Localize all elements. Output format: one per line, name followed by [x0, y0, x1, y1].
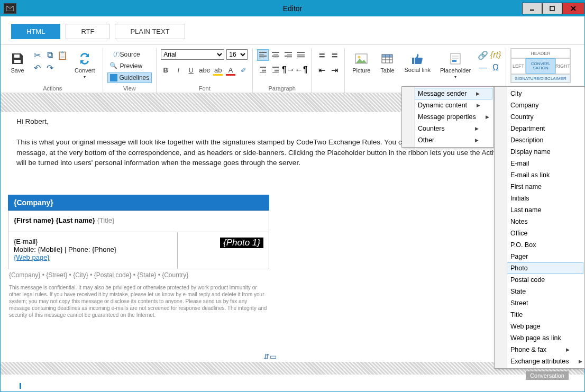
signature-address: {Company} • {Street} • {City} • {Postal …	[8, 269, 269, 281]
sender-menu-item-company[interactable]: Company	[496, 99, 583, 111]
signature-name: {First name} {Last name}	[14, 216, 95, 224]
sender-menu-item-country[interactable]: Country	[496, 111, 583, 123]
copy-button[interactable]: ⧉	[44, 49, 56, 61]
undo-button[interactable]: ↶	[31, 62, 43, 74]
sender-menu-item-state[interactable]: State	[496, 286, 583, 297]
group-label-view: View	[123, 83, 136, 93]
sender-menu-item-display-name[interactable]: Display name	[496, 146, 583, 158]
sender-menu-item-web-page-as-link[interactable]: Web page as link	[496, 332, 583, 344]
sender-menu-item-web-page[interactable]: Web page	[496, 321, 583, 332]
align-justify-button[interactable]	[295, 49, 307, 61]
preview-button[interactable]: 🔍Preview	[107, 61, 152, 71]
placeholder-menu[interactable]: Message sender▶Dynamic content▶Message p…	[401, 86, 494, 148]
tab-plain-text[interactable]: PLAIN TEXT	[115, 24, 185, 39]
list-outdent-button[interactable]: ⇤	[316, 64, 327, 76]
sender-menu-item-notes[interactable]: Notes	[496, 216, 583, 227]
sender-menu-item-department[interactable]: Department	[496, 123, 583, 134]
save-button[interactable]: Save	[7, 49, 28, 76]
signature-web-link[interactable]: {Web page}	[14, 253, 50, 261]
split-handle-icon[interactable]: ⇵▭	[263, 352, 277, 361]
sender-menu-item-pager[interactable]: Pager	[496, 251, 583, 262]
outdent-button[interactable]	[257, 64, 269, 76]
rtl-button[interactable]: ←¶	[295, 64, 307, 76]
font-name-select[interactable]: Arial	[161, 49, 224, 60]
sender-menu-item-description[interactable]: Description	[496, 134, 583, 146]
placeholder-menu-item-dynamic-content[interactable]: Dynamic content▶	[403, 99, 492, 111]
sender-menu-item-e-mail-as-link[interactable]: E-mail as link	[496, 169, 583, 181]
align-right-button[interactable]	[282, 49, 294, 61]
app-icon	[4, 3, 16, 14]
placeholder-menu-item-message-properties[interactable]: Message properties▶	[403, 111, 492, 123]
hr-button[interactable]: —	[477, 62, 489, 74]
highlight-button[interactable]: ab	[213, 65, 223, 75]
strikethrough-button[interactable]: abc	[199, 65, 210, 75]
submenu-arrow-icon: ▶	[579, 359, 582, 364]
message-sender-submenu[interactable]: CityCompanyCountryDepartmentDescriptionD…	[494, 86, 585, 369]
source-button[interactable]: 〈/〉Source	[107, 49, 152, 60]
group-label-actions: Actions	[43, 83, 62, 93]
svg-rect-16	[452, 60, 456, 62]
sender-menu-item-exchange-attributes[interactable]: Exchange attributes▶	[496, 355, 583, 367]
sender-menu-item-photo[interactable]: Photo	[496, 262, 583, 274]
sender-menu-item-initials[interactable]: Initials	[496, 193, 583, 204]
template-right[interactable]: RIGHT	[555, 58, 570, 74]
maximize-button[interactable]	[542, 3, 562, 14]
sender-menu-item-p-o-box[interactable]: P.O. Box	[496, 239, 583, 251]
sender-menu-item-last-name[interactable]: Last name	[496, 204, 583, 216]
close-button[interactable]	[562, 3, 584, 14]
sender-menu-item-e-mail[interactable]: E-mail	[496, 158, 583, 169]
font-size-select[interactable]: 16	[226, 49, 248, 60]
bold-button[interactable]: B	[161, 65, 170, 75]
placeholder-button[interactable]: Placeholder ▾	[437, 49, 474, 81]
paste-button[interactable]: 📋	[57, 49, 68, 61]
align-center-button[interactable]	[270, 49, 281, 61]
symbol-button[interactable]: Ω	[490, 62, 501, 74]
sender-menu-item-city[interactable]: City	[496, 88, 583, 99]
sender-menu-item-title[interactable]: Title	[496, 309, 583, 321]
sender-menu-item-office[interactable]: Office	[496, 227, 583, 239]
sender-menu-item-street[interactable]: Street	[496, 297, 583, 309]
bullet-list-button[interactable]: ≣	[316, 49, 327, 61]
thumbs-up-icon	[410, 51, 425, 66]
align-left-button[interactable]	[257, 49, 269, 61]
tab-html[interactable]: HTML	[11, 24, 60, 39]
convert-button[interactable]: Convert ▾	[71, 49, 98, 81]
remove-tag-button[interactable]: {rt}	[490, 49, 501, 61]
number-list-button[interactable]: ≣	[328, 49, 340, 61]
signature-block[interactable]: {Company} {First name} {Last name} {Titl…	[8, 195, 269, 322]
social-link-button[interactable]: Social link	[401, 49, 434, 75]
submenu-arrow-icon: ▶	[475, 126, 479, 131]
placeholder-menu-item-counters[interactable]: Counters▶	[403, 123, 492, 134]
font-color-button[interactable]: A	[226, 65, 235, 75]
italic-button[interactable]: I	[173, 65, 183, 75]
cut-button[interactable]: ✂	[31, 49, 43, 61]
svg-rect-4	[14, 60, 21, 63]
link-button[interactable]: 🔗	[477, 49, 489, 61]
tab-rtf[interactable]: RTF	[66, 24, 109, 39]
placeholder-menu-item-other[interactable]: Other▶	[403, 134, 492, 146]
ltr-button[interactable]: ¶→	[282, 64, 294, 76]
template-layout: HEADER LEFT CONVER-SATION RIGHT SIGNATUR…	[510, 48, 571, 83]
guidelines-button[interactable]: Guidelines	[107, 72, 152, 83]
group-label-font: Font	[199, 83, 211, 93]
signature-phones: Mobile: {Mobile} | Phone: {Phone}	[14, 245, 172, 253]
template-signature[interactable]: SIGNATURE/DISCLAIMER	[511, 74, 570, 83]
sender-menu-item-postal-code[interactable]: Postal code	[496, 274, 583, 286]
template-left[interactable]: LEFT	[511, 58, 526, 74]
sender-menu-item-phone-fax[interactable]: Phone & fax▶	[496, 344, 583, 355]
minimize-button[interactable]	[522, 3, 542, 14]
clear-format-button[interactable]: ✐	[239, 65, 248, 75]
table-button[interactable]: Table	[377, 49, 398, 76]
sender-menu-item-first-name[interactable]: First name	[496, 181, 583, 193]
picture-button[interactable]: Picture	[349, 49, 373, 76]
template-conversation[interactable]: CONVER-SATION	[526, 58, 555, 74]
redo-button[interactable]: ↷	[44, 62, 56, 74]
list-indent-button[interactable]: ⇥	[328, 64, 340, 76]
window-title: Editor	[283, 4, 303, 13]
template-header[interactable]: HEADER	[511, 49, 570, 58]
signature-company-header: {Company}	[8, 195, 269, 211]
underline-button[interactable]: U	[186, 65, 196, 75]
editor-window: Editor HTML RTF PLAIN TEXT Save ✂ ⧉	[0, 0, 585, 392]
indent-button[interactable]	[270, 64, 281, 76]
placeholder-menu-item-message-sender[interactable]: Message sender▶	[403, 88, 492, 99]
